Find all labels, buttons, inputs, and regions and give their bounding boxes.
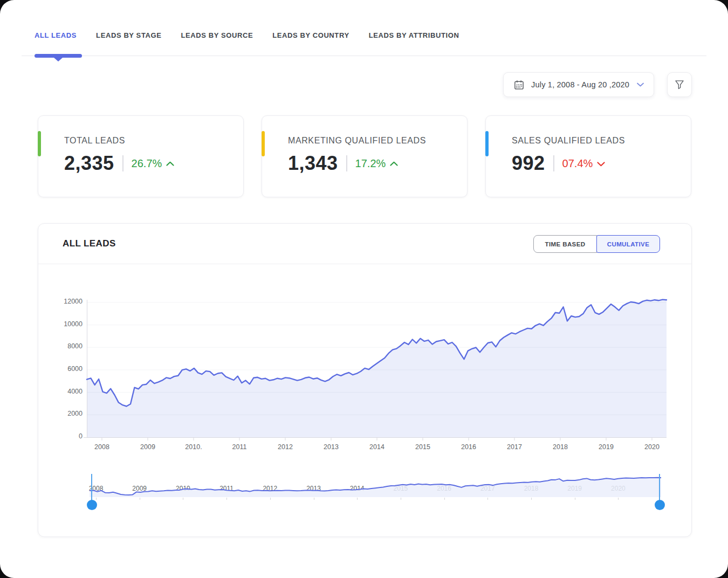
funnel-icon [674, 79, 685, 90]
range-slider-tick [531, 498, 532, 500]
kpi-divider [346, 155, 347, 171]
kpi-value: 2,335 [64, 152, 114, 175]
range-slider: 2008200920102011201220132014201520162017… [90, 473, 661, 497]
x-axis-label: 2009 [132, 443, 164, 451]
kpi-label: MARKETING QUALIFIED LEADS [288, 136, 467, 146]
kpi-change: 26.7% [132, 157, 175, 170]
kpi-card-total-leads: TOTAL LEADS 2,335 26.7% [38, 115, 244, 197]
leads-dashboard: ALL LEADS LEADS BY STAGE LEADS BY SOURCE… [0, 0, 728, 578]
y-axis-label: 12000 [38, 298, 83, 305]
chevron-down-icon [597, 161, 605, 167]
y-axis-label: 6000 [38, 365, 83, 373]
kpi-label: TOTAL LEADS [64, 136, 243, 146]
y-axis-label: 2000 [38, 410, 83, 417]
range-slider-tick [618, 498, 619, 500]
calendar-icon [513, 79, 525, 91]
x-axis-label: 2012 [269, 443, 301, 451]
x-axis-label: 2019 [590, 443, 622, 451]
right-handle-dot[interactable] [655, 500, 665, 510]
range-slider-tick [487, 498, 488, 500]
range-slider-tick [96, 498, 97, 500]
x-axis-label: 2017 [498, 443, 531, 451]
range-slider-tick [226, 498, 227, 500]
x-axis-label: 2008 [86, 443, 118, 451]
kpi-change: 07.4% [562, 157, 606, 170]
y-axis-label: 10000 [38, 320, 83, 328]
x-axis-label: 2014 [361, 443, 393, 451]
x-axis-label: 2018 [544, 443, 576, 451]
active-tab-indicator [35, 54, 82, 58]
all-leads-area-chart [87, 295, 667, 442]
range-slider-tick [314, 498, 314, 500]
y-axis-label: 0 [38, 432, 83, 440]
kpi-accent-bar [38, 131, 41, 156]
chart-header: ALL LEADS TIME BASED CUMULATIVE [38, 224, 691, 264]
kpi-value: 992 [512, 152, 545, 175]
filter-button[interactable] [667, 72, 692, 97]
kpi-label: SALES QUALIFIED LEADS [512, 136, 691, 146]
range-slider-chart [90, 473, 661, 497]
kpi-divider [553, 155, 554, 171]
chevron-up-icon [166, 161, 174, 167]
date-range-picker[interactable]: July 1, 2008 - Aug 20 ,2020 [503, 72, 654, 97]
range-slider-tick [357, 498, 358, 500]
kpi-accent-bar [262, 131, 265, 156]
controls-row: July 1, 2008 - Aug 20 ,2020 [0, 73, 692, 97]
tab-all-leads[interactable]: ALL LEADS [35, 31, 77, 39]
kpi-change: 17.2% [355, 157, 399, 170]
x-axis-label: 2010. [177, 443, 210, 451]
chart-title: ALL LEADS [63, 238, 116, 249]
chevron-up-icon [390, 161, 398, 167]
left-handle-dot[interactable] [87, 500, 97, 510]
tab-leads-by-attribution[interactable]: LEADS BY ATTRIBUTION [369, 31, 459, 39]
x-axis-label: 2011 [223, 443, 256, 451]
all-leads-chart-card: ALL LEADS TIME BASED CUMULATIVE 02000400… [38, 223, 692, 537]
x-axis-label: 2013 [315, 443, 347, 451]
kpi-card-sales-qualified-leads: SALES QUALIFIED LEADS 992 07.4% [485, 115, 691, 197]
toggle-cumulative[interactable]: CUMULATIVE [596, 235, 660, 253]
tab-leads-by-country[interactable]: LEADS BY COUNTRY [272, 31, 349, 39]
x-axis-label: 2020 [636, 443, 668, 451]
kpi-accent-bar [485, 131, 489, 156]
chart-mode-toggle: TIME BASED CUMULATIVE [533, 235, 660, 253]
range-slider-tick [575, 498, 575, 500]
range-slider-tick [401, 498, 401, 500]
tab-leads-by-stage[interactable]: LEADS BY STAGE [96, 31, 161, 39]
tab-bar: ALL LEADS LEADS BY STAGE LEADS BY SOURCE… [35, 31, 706, 39]
range-slider-tick [444, 498, 445, 500]
kpi-divider [122, 155, 123, 171]
tab-leads-by-source[interactable]: LEADS BY SOURCE [181, 31, 253, 39]
y-axis-label: 8000 [38, 342, 83, 350]
range-slider-tick [183, 498, 183, 500]
date-range-text: July 1, 2008 - Aug 20 ,2020 [531, 80, 629, 89]
toggle-time-based[interactable]: TIME BASED [533, 235, 597, 253]
chevron-down-icon [637, 82, 644, 87]
y-axis-label: 4000 [38, 388, 83, 395]
tab-divider [22, 56, 706, 56]
kpi-row: TOTAL LEADS 2,335 26.7% MARKETING QUALIF… [38, 115, 691, 197]
range-slider-tick [140, 498, 140, 500]
kpi-card-marketing-qualified-leads: MARKETING QUALIFIED LEADS 1,343 17.2% [262, 115, 468, 197]
range-slider-tick [270, 498, 271, 500]
x-axis-label: 2016 [452, 443, 485, 451]
x-axis-label: 2015 [407, 443, 439, 451]
kpi-value: 1,343 [288, 152, 338, 175]
